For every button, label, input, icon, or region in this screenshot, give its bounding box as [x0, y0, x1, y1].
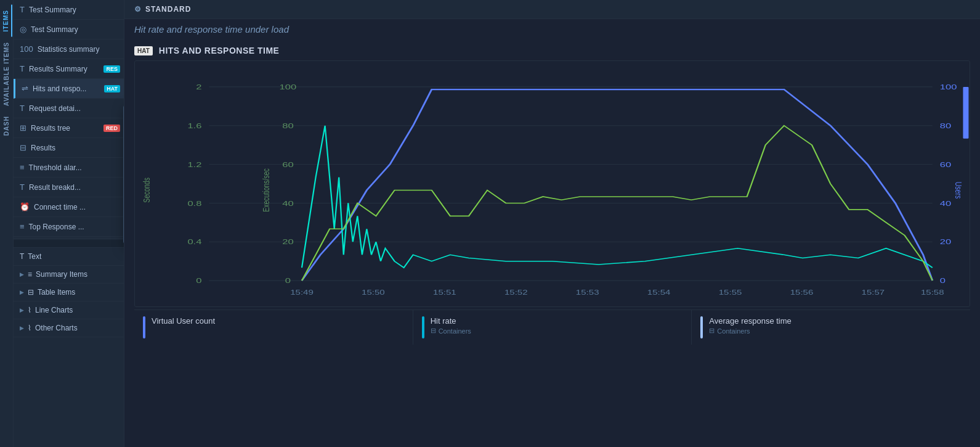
available-item-other-charts[interactable]: ▶ ⌇ Other Charts [14, 319, 124, 337]
svg-text:60: 60 [282, 160, 293, 168]
svg-text:15:58: 15:58 [921, 289, 944, 296]
sidebar-icon-request-detail: T [20, 104, 25, 113]
svg-text:40: 40 [282, 199, 293, 207]
sidebar-item-result-breakdown[interactable]: T Result breakd... [14, 178, 124, 197]
svg-text:20: 20 [282, 238, 293, 246]
sidebar-item-test-summary-t[interactable]: T Test Summary [14, 0, 124, 20]
svg-text:Seconds: Seconds [141, 178, 152, 203]
sidebar-icon-test-summary-c: ◎ [20, 25, 26, 34]
svg-text:1.6: 1.6 [187, 121, 201, 129]
svg-text:2: 2 [196, 83, 201, 91]
sidebar-label-results-tree: Results tree [31, 124, 70, 133]
sidebar-item-results-summary[interactable]: T Results Summary RES [14, 59, 124, 79]
sidebar-icon-top-response: ≡ [20, 222, 25, 231]
svg-text:15:52: 15:52 [504, 289, 528, 296]
svg-text:15:50: 15:50 [362, 289, 385, 296]
badge-results-summary: RES [103, 65, 120, 73]
svg-text:0.4: 0.4 [187, 238, 201, 246]
sidebar-icon-results-summary: T [20, 64, 25, 73]
legend-label-virtual-user: Virtual User count [152, 316, 215, 326]
sidebar-item-results[interactable]: ⊟ Results [14, 138, 124, 158]
icon-line-charts: ⌇ [28, 306, 31, 314]
svg-text:15:56: 15:56 [790, 289, 814, 296]
chart-area: 2 1.6 1.2 0.8 0.4 0 100 80 60 40 20 0 10… [134, 60, 970, 307]
chevron-summary-items: ▶ [20, 271, 24, 277]
sidebar-item-statistics-summary[interactable]: 100 Statistics summary [14, 39, 124, 59]
svg-text:15:54: 15:54 [647, 289, 671, 296]
sidebar-label-statistics-summary: Statistics summary [38, 45, 100, 54]
badge-hits-and-response: HAT [104, 85, 120, 92]
svg-text:0.8: 0.8 [187, 199, 201, 207]
sidebar-icon-result-breakdown: T [20, 182, 25, 192]
legend-hit-rate: Hit rate ⊟ Containers [413, 310, 692, 345]
sidebar-item-top-response[interactable]: ≡ Top Response ... [14, 217, 124, 237]
sidebar-item-threshold-alarm[interactable]: ≡ Threshold alar... [14, 158, 124, 178]
main-header: ⚙ STANDARD [124, 0, 980, 19]
vtab-dash[interactable]: DASH [1, 111, 12, 141]
chart-title: HITS AND RESPONSE TIME [159, 46, 280, 55]
sidebar: T Test Summary ◎ Test Summary 100 Statis… [14, 0, 124, 447]
standard-label: STANDARD [145, 5, 191, 14]
icon-table-items: ⊟ [28, 288, 34, 297]
sidebar-item-request-detail[interactable]: T Request detai... [14, 99, 124, 118]
svg-text:15:53: 15:53 [576, 289, 599, 296]
main-content: ⚙ STANDARD Hit rate and response time un… [124, 0, 980, 447]
sidebar-item-connect-time[interactable]: ⏰ Connect time ... [14, 197, 124, 217]
svg-text:0: 0 [940, 277, 946, 285]
chevron-other-charts: ▶ [20, 325, 24, 331]
legend-color-avg-response [700, 316, 703, 338]
svg-text:15:49: 15:49 [290, 289, 314, 296]
sidebar-label-top-response: Top Response ... [29, 223, 84, 231]
chart-subtitle: Hit rate and response time under load [124, 19, 980, 39]
sidebar-label-hits-and-response: Hits and respo... [33, 84, 86, 93]
sidebar-label-request-detail: Request detai... [29, 104, 81, 113]
sidebar-icon-hits-and-response: ⇌ [22, 84, 28, 93]
available-item-table-items[interactable]: ▶ ⊟ Table Items [14, 284, 124, 301]
svg-text:Users: Users [954, 182, 964, 199]
sidebar-item-test-summary-c[interactable]: ◎ Test Summary [14, 20, 124, 39]
sidebar-icon-connect-time: ⏰ [20, 202, 30, 211]
svg-text:20: 20 [940, 238, 951, 246]
label-line-charts: Line Charts [35, 306, 73, 314]
badge-results-tree: RED [103, 125, 120, 132]
svg-text:0: 0 [285, 277, 291, 285]
legend-sub-avg-response: ⊟ Containers [709, 327, 791, 335]
sidebar-icon-results: ⊟ [20, 143, 26, 152]
available-item-summary-items[interactable]: ▶ ≡ Summary Items [14, 266, 124, 284]
sidebar-item-hits-and-response[interactable]: ⇌ Hits and respo... HAT [14, 79, 124, 99]
sidebar-label-connect-time: Connect time ... [34, 203, 86, 211]
chart-svg: 2 1.6 1.2 0.8 0.4 0 100 80 60 40 20 0 10… [135, 61, 970, 306]
icon-summary-items: ≡ [28, 270, 32, 279]
gear-icon: ⚙ [134, 5, 142, 14]
svg-text:15:57: 15:57 [862, 289, 885, 296]
chevron-line-charts: ▶ [20, 307, 24, 313]
legend-bar: Virtual User count Hit rate ⊟ Containers… [134, 310, 970, 345]
sidebar-icon-statistics-summary: 100 [20, 44, 33, 54]
vtab-items[interactable]: ITEMS [1, 5, 12, 37]
svg-text:Executions/sec: Executions/sec [261, 168, 271, 212]
svg-rect-37 [963, 87, 968, 139]
svg-text:80: 80 [282, 121, 293, 129]
svg-text:60: 60 [940, 160, 951, 168]
svg-text:100: 100 [940, 83, 957, 91]
svg-text:100: 100 [280, 83, 297, 91]
svg-text:40: 40 [940, 199, 951, 207]
label-table-items: Table Items [38, 288, 75, 297]
icon-other-charts: ⌇ [28, 324, 31, 332]
legend-color-hit-rate [422, 316, 424, 338]
available-item-text[interactable]: T Text [14, 248, 124, 266]
sidebar-label-threshold-alarm: Threshold alar... [29, 163, 82, 172]
vtab-available[interactable]: AVAILABLE ITEMS [1, 37, 12, 111]
sidebar-icon-results-tree: ⊞ [20, 123, 26, 133]
svg-text:15:55: 15:55 [719, 289, 742, 296]
available-item-line-charts[interactable]: ▶ ⌇ Line Charts [14, 301, 124, 319]
svg-text:80: 80 [940, 121, 951, 129]
containers-icon-1: ⊟ [431, 327, 436, 335]
available-section-header [14, 240, 124, 248]
sidebar-label-test-summary-t: Test Summary [29, 6, 76, 14]
chart-container: HAT HITS AND RESPONSE TIME 2 1.6 1.2 0.8… [124, 39, 980, 447]
hat-badge: HAT [134, 46, 153, 55]
legend-sub-hit-rate: ⊟ Containers [431, 327, 471, 335]
containers-icon-2: ⊟ [709, 327, 715, 335]
sidebar-item-results-tree[interactable]: ⊞ Results tree RED [14, 118, 124, 138]
